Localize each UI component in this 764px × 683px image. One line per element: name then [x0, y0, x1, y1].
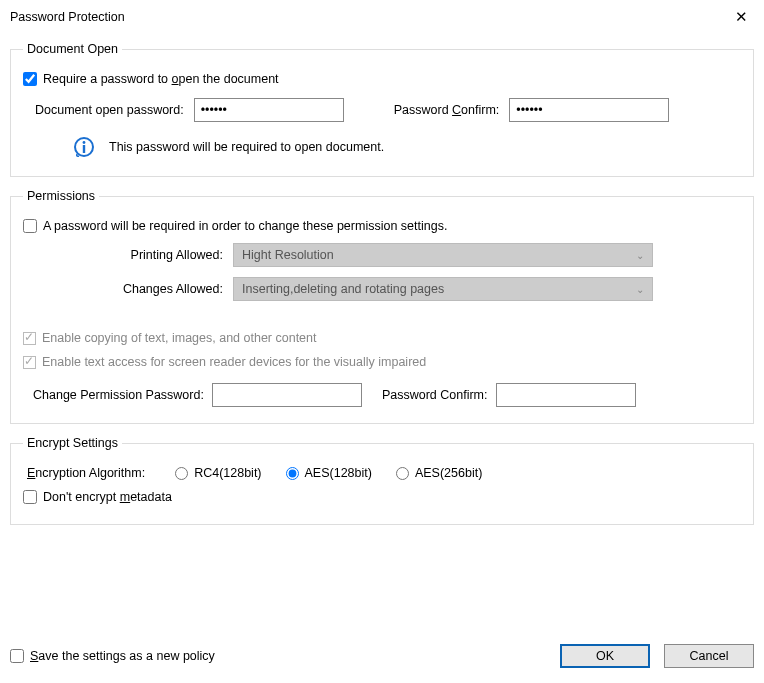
permissions-legend: Permissions — [23, 189, 99, 203]
change-permission-password-label: Change Permission Password: — [33, 388, 204, 402]
ok-button[interactable]: OK — [560, 644, 650, 668]
require-permission-password-row: A password will be required in order to … — [23, 219, 741, 233]
info-icon — [73, 136, 95, 158]
save-policy-label: Save the settings as a new policy — [30, 649, 215, 663]
dont-encrypt-metadata-checkbox[interactable] — [23, 490, 37, 504]
window-title: Password Protection — [10, 10, 125, 24]
printing-allowed-row: Printing Allowed: Hight Resolution ⌄ — [23, 243, 741, 267]
change-permission-password-input[interactable] — [212, 383, 362, 407]
enable-copying-checkbox — [23, 332, 36, 345]
footer-buttons: OK Cancel — [560, 644, 754, 668]
dont-encrypt-metadata-row: Don't encrypt metadata — [23, 490, 741, 504]
require-open-password-checkbox[interactable] — [23, 72, 37, 86]
printing-allowed-value: Hight Resolution — [242, 248, 334, 262]
encryption-aes-256-radio[interactable]: AES(256bit) — [396, 466, 482, 480]
open-password-row: Document open password: Password Confirm… — [29, 98, 741, 122]
encryption-rc4-128-radio-input[interactable] — [175, 467, 188, 480]
printing-allowed-select: Hight Resolution ⌄ — [233, 243, 653, 267]
enable-copying-row: Enable copying of text, images, and othe… — [23, 331, 741, 345]
require-permission-password-label: A password will be required in order to … — [43, 219, 447, 233]
permissions-group: Permissions A password will be required … — [10, 189, 754, 424]
document-open-group: Document Open Require a password to open… — [10, 42, 754, 177]
require-open-password-row: Require a password to open the document — [23, 72, 741, 86]
enable-text-access-row: Enable text access for screen reader dev… — [23, 355, 741, 369]
titlebar: Password Protection ✕ — [0, 0, 764, 34]
changes-allowed-row: Changes Allowed: Inserting,deleting and … — [23, 277, 741, 301]
changes-allowed-value: Inserting,deleting and rotating pages — [242, 282, 444, 296]
encryption-rc4-128-radio[interactable]: RC4(128bit) — [175, 466, 261, 480]
open-password-confirm-input[interactable] — [509, 98, 669, 122]
open-password-confirm-label: Password Confirm: — [394, 103, 500, 117]
enable-copying-label: Enable copying of text, images, and othe… — [42, 331, 316, 345]
svg-point-1 — [83, 141, 86, 144]
encrypt-settings-legend: Encrypt Settings — [23, 436, 122, 450]
change-permission-confirm-label: Password Confirm: — [382, 388, 488, 402]
printing-allowed-label: Printing Allowed: — [23, 248, 223, 262]
enable-text-access-label: Enable text access for screen reader dev… — [42, 355, 426, 369]
chevron-down-icon: ⌄ — [636, 250, 644, 261]
save-policy-checkbox[interactable] — [10, 649, 24, 663]
encrypt-settings-group: Encrypt Settings Encryption Algorithm: R… — [10, 436, 754, 525]
encryption-algorithm-row: Encryption Algorithm: RC4(128bit) AES(12… — [27, 466, 741, 480]
open-password-info-row: This password will be required to open d… — [73, 136, 741, 158]
encryption-aes-128-radio[interactable]: AES(128bit) — [286, 466, 372, 480]
open-password-info-text: This password will be required to open d… — [109, 140, 384, 154]
change-permission-confirm-input[interactable] — [496, 383, 636, 407]
save-policy-row: Save the settings as a new policy — [10, 649, 215, 663]
encryption-algorithm-label: Encryption Algorithm: — [27, 466, 145, 480]
dialog-body: Document Open Require a password to open… — [0, 42, 764, 525]
cancel-button[interactable]: Cancel — [664, 644, 754, 668]
enable-text-access-checkbox — [23, 356, 36, 369]
chevron-down-icon: ⌄ — [636, 284, 644, 295]
dont-encrypt-metadata-label: Don't encrypt metadata — [43, 490, 172, 504]
encryption-algorithm-radio-group: RC4(128bit) AES(128bit) AES(256bit) — [175, 466, 482, 480]
encryption-aes-128-radio-input[interactable] — [286, 467, 299, 480]
svg-rect-2 — [83, 145, 85, 153]
encryption-aes-256-label: AES(256bit) — [415, 466, 482, 480]
change-permission-password-row: Change Permission Password: Password Con… — [33, 383, 741, 407]
require-open-password-label: Require a password to open the document — [43, 72, 279, 86]
require-permission-password-checkbox[interactable] — [23, 219, 37, 233]
encryption-rc4-128-label: RC4(128bit) — [194, 466, 261, 480]
encryption-aes-128-label: AES(128bit) — [305, 466, 372, 480]
open-password-label: Document open password: — [35, 103, 184, 117]
encryption-aes-256-radio-input[interactable] — [396, 467, 409, 480]
close-icon[interactable]: ✕ — [729, 6, 754, 28]
changes-allowed-label: Changes Allowed: — [23, 282, 223, 296]
open-password-input[interactable] — [194, 98, 344, 122]
dialog-footer: Save the settings as a new policy OK Can… — [10, 643, 754, 669]
changes-allowed-select: Inserting,deleting and rotating pages ⌄ — [233, 277, 653, 301]
document-open-legend: Document Open — [23, 42, 122, 56]
